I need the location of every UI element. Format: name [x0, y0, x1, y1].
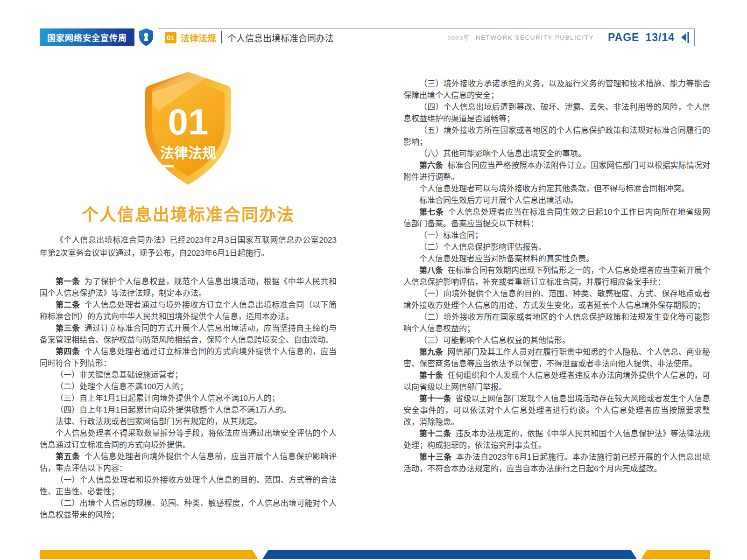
right-column-paragraphs: （三）境外接收方承诺承担的义务，以及履行义务的管理和技术措施、能力等能否保障出境… — [403, 78, 710, 475]
header-publicity-text: NETWORK SECURITY PUBLICITY — [476, 34, 594, 41]
article-label: 第十二条 — [419, 429, 451, 438]
footer-orange-segment-right — [641, 550, 710, 559]
document-title: 个人信息出境标准合同办法 — [227, 31, 334, 44]
paragraph: （二）出境个人信息的规模、范围、种类、敏感程度，个人信息出境可能对个人信息权益带… — [40, 497, 337, 521]
chapter-number-badge: 01 — [165, 32, 176, 43]
right-column: （三）境外接收方承诺承担的义务，以及履行义务的管理和技术措施、能力等能否保障出境… — [403, 62, 710, 475]
paragraph: （五）境外接收方所在国家或者地区的个人信息保护政策和法规对标准合同履行的影响； — [403, 125, 710, 148]
article-label: 第七条 — [419, 208, 444, 217]
left-column-paragraphs: 第一条为了保护个人信息权益，规范个人信息出境活动，根据《中华人民共和国个人信息保… — [40, 276, 337, 521]
article-paragraph: 第五条个人信息处理者向境外提供个人信息前，应当开展个人信息保护影响评估，重点评估… — [40, 451, 337, 474]
header-year: 2023年 — [447, 33, 470, 42]
paragraph: 个人信息处理者可以与境外接收方约定其他条款，但不得与标准合同相冲突。 — [403, 183, 710, 195]
paragraph: （三）境外接收方承诺承担的义务，以及履行义务的管理和技术措施、能力等能否保障出境… — [403, 78, 710, 101]
paragraph: （二）境外接收方所在国家或者地区的个人信息保护政策和法规发生变化等可能影响个人信… — [403, 311, 710, 335]
article-label: 第十一条 — [419, 394, 451, 403]
header-right: 2023年 NETWORK SECURITY PUBLICITY PAGE 13… — [447, 31, 690, 44]
footer-orange-segment-left — [40, 550, 258, 559]
paragraph: （一）非关键信息基础设施运营者； — [40, 369, 337, 381]
article-paragraph: 第十条任何组织和个人发现个人信息处理者违反本办法向境外提供个人信息的，可以向省级… — [403, 370, 710, 393]
paragraph: （三）可能影响个人信息权益的其他情形。 — [403, 335, 710, 346]
article-paragraph: 第十一条省级以上网信部门发现个人信息出境活动存在较大风险或者发生个人信息安全事件… — [403, 393, 710, 428]
paragraph: （一）个人信息处理者和境外接收方处理个人信息的目的、范围、方式等的合法性、正当性… — [40, 474, 337, 497]
paragraph: 标准合同生效后方可开展个人信息出境活动。 — [403, 195, 710, 206]
paragraph: （二）个人信息保护影响评估报告。 — [403, 241, 710, 253]
article-label: 第二条 — [56, 301, 80, 309]
paragraph: 法律、行政法规或者国家网信部门另有规定的，从其规定。 — [40, 416, 337, 427]
paragraph: 个人信息处理者不得采取数量拆分等手段，将依法应当通过出境安全评估的个人信息通过订… — [40, 427, 337, 451]
page-label: PAGE — [608, 31, 639, 44]
article-label: 第六条 — [419, 161, 443, 170]
paragraph: （四）个人信息出境后遭到篡改、破坏、泄露、丢失、非法利用等的风险，个人信息权益维… — [403, 101, 710, 125]
left-column: 01 法律法规 个人信息出境标准合同办法 《个人信息出境标准合同办法》已经202… — [40, 52, 337, 521]
brand-title: 国家网络安全宣传周 — [47, 31, 127, 43]
paragraph: （二）处理个人信息不满100万人的； — [40, 381, 337, 392]
page: 国家网络安全宣传周 01 法律法规 个人信息出境标准合同办法 2023年 NET… — [0, 0, 747, 560]
article-paragraph: 第一条为了保护个人信息权益，规范个人信息出境活动，根据《中华人民共和国个人信息保… — [40, 276, 337, 299]
article-paragraph: 第十三条本办法自2023年6月1日起施行。本办法施行前已经开展的个人信息出境活动… — [403, 451, 710, 475]
article-paragraph: 第八条在标准合同有效期内出现下列情形之一的，个人信息处理者应当重新开展个人信息保… — [403, 265, 710, 288]
chapter-shield-badge-icon: 01 法律法规 — [141, 70, 235, 187]
title-divider — [221, 31, 222, 43]
intro-paragraph: 《个人信息出境标准合同办法》已经2023年2月3日国家互联网信息办公室2023年… — [40, 234, 337, 260]
footer-blue-segment — [262, 550, 637, 559]
article-label: 第十三条 — [419, 453, 452, 462]
article-paragraph: 第七条个人信息处理者应当在标准合同生效之日起10个工作日内向所在地省级网信部门备… — [403, 206, 710, 230]
article-paragraph: 第三条通过订立标准合同的方式开展个人信息出境活动，应当坚持自主缔约与备案管理相结… — [40, 322, 337, 346]
article-label: 第五条 — [56, 452, 80, 461]
brand-banner: 国家网络安全宣传周 — [40, 28, 134, 46]
badge-number: 01 — [168, 101, 209, 142]
article-paragraph: 第九条网信部门及其工作人员对在履行职责中知悉的个人隐私、个人信息、商业秘密、保密… — [403, 346, 710, 370]
paragraph: （四）自上年1月1日起累计向境外提供敏感个人信息不满1万人的。 — [40, 404, 337, 416]
page-header: 国家网络安全宣传周 01 法律法规 个人信息出境标准合同办法 2023年 NET… — [40, 28, 695, 47]
paragraph: （三）自上年1月1日起累计向境外提供个人信息不满10万人的； — [40, 392, 337, 404]
article-label: 第十条 — [419, 371, 443, 380]
article-paragraph: 第六条标准合同应当严格按照本办法附件订立。国家网信部门可以根据实际情况对附件进行… — [403, 160, 710, 183]
article-paragraph: 第二条个人信息处理者通过与境外接收方订立个人信息出境标准合同（以下简称标准合同）… — [40, 299, 337, 322]
paragraph: （一）向境外提供个人信息的目的、范围、种类、敏感程度、方式、保存地点或者境外接收… — [403, 288, 710, 311]
page-number: 13/14 — [645, 31, 675, 44]
paragraph: （六）其他可能影响个人信息出境安全的事项。 — [403, 148, 710, 160]
article-label: 第三条 — [56, 324, 80, 333]
page-back-icon[interactable] — [679, 31, 690, 43]
chapter-label: 法律法规 — [181, 31, 216, 44]
article-main-title: 个人信息出境标准合同办法 — [40, 204, 337, 226]
article-paragraph: 第十二条违反本办法规定的，依据《中华人民共和国个人信息保护法》等法律法规处理；构… — [403, 428, 710, 451]
article-label: 第一条 — [56, 277, 80, 286]
article-label: 第八条 — [419, 266, 443, 275]
article-label: 第四条 — [56, 347, 80, 356]
badge-label: 法律法规 — [160, 145, 216, 161]
article-paragraph: 第四条个人信息处理者通过订立标准合同的方式向境外提供个人信息的，应当同时符合下列… — [40, 346, 337, 369]
footer-bar — [40, 550, 710, 559]
header-title-box: 01 法律法规 个人信息出境标准合同办法 2023年 NETWORK SECUR… — [158, 28, 695, 46]
security-shield-icon — [138, 28, 155, 47]
paragraph: 个人信息处理者应当对所备案材料的真实性负责。 — [403, 253, 710, 265]
article-label: 第九条 — [419, 348, 443, 357]
paragraph: （一）标准合同； — [403, 230, 710, 241]
